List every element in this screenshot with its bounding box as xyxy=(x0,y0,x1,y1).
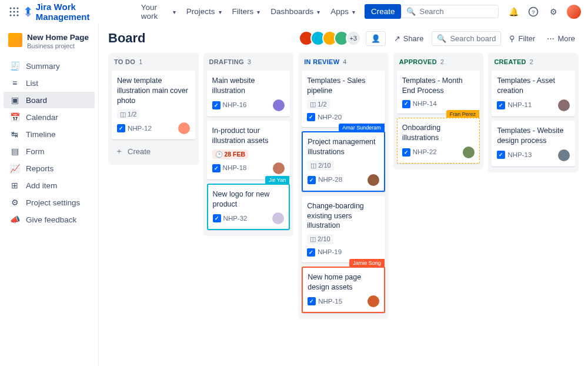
nav-item[interactable]: Dashboards xyxy=(266,5,325,18)
sidebar-item-label: Calendar xyxy=(26,113,58,122)
issue-key: NHP-22 xyxy=(402,148,437,157)
sidebar-item-timeline[interactable]: ↹Timeline xyxy=(4,126,95,142)
sidebar-item-list[interactable]: ≡List xyxy=(4,75,95,91)
sidebar-item-label: Form xyxy=(26,147,45,156)
sidebar-icon: ⊞ xyxy=(9,181,20,190)
subtask-progress: ◫ 2/10 xyxy=(307,234,333,244)
card[interactable]: Onboarding illustrationsNHP-22 xyxy=(397,118,480,164)
search-placeholder: Search xyxy=(419,7,443,16)
sidebar-icon: 📈 xyxy=(9,164,20,173)
chevron-down-icon xyxy=(316,7,320,16)
card[interactable]: Change-boarding existing users illustrat… xyxy=(302,196,385,262)
project-icon xyxy=(8,33,22,47)
sidebar-item-calendar[interactable]: 📅Calendar xyxy=(4,109,95,125)
column: IN REVIEW4Templates - Sales pipeline◫ 1/… xyxy=(298,53,389,319)
issue-key: NHP-18 xyxy=(212,164,247,173)
product-logo[interactable]: Jira Work Management xyxy=(23,2,129,22)
sidebar-icon: 🧾 xyxy=(9,61,20,71)
profile-avatar[interactable] xyxy=(567,5,581,19)
sidebar-item-board[interactable]: ▣Board xyxy=(4,92,95,108)
subtask-progress: ◫ 1/2 xyxy=(307,99,329,109)
plus-icon: ＋ xyxy=(115,146,123,157)
card-title: Templates - Asset creation xyxy=(497,76,570,96)
task-icon xyxy=(308,297,316,305)
sidebar-item-label: Board xyxy=(26,96,47,105)
chevron-down-icon xyxy=(351,7,355,16)
product-name: Jira Work Management xyxy=(36,2,129,22)
project-header[interactable]: New Home Page Business project xyxy=(4,29,95,56)
nav-item[interactable]: Projects xyxy=(182,5,226,18)
board-avatars[interactable]: +3 xyxy=(302,31,361,46)
card-title: Project management illustrations xyxy=(308,137,379,157)
assignee-avatar[interactable] xyxy=(273,99,285,111)
card[interactable]: Templates - Asset creationNHP-11 xyxy=(492,71,575,117)
filter-button[interactable]: ⚲ Filter xyxy=(506,32,539,45)
sidebar-icon: ≡ xyxy=(9,78,20,88)
avatar-overflow[interactable]: +3 xyxy=(346,31,361,46)
column-title: TO DO xyxy=(114,58,135,65)
card[interactable]: Templates - Sales pipeline◫ 1/2NHP-20Ama… xyxy=(302,71,385,127)
card[interactable]: New template illustration main cover pho… xyxy=(112,71,195,139)
assignee-avatar[interactable] xyxy=(558,99,570,111)
sidebar-icon: ↹ xyxy=(9,129,20,139)
sidebar-item-label: Add item xyxy=(26,181,57,190)
card-title: Change-boarding existing users illustrat… xyxy=(307,201,380,231)
nav-item[interactable]: Apps xyxy=(326,5,360,18)
task-icon xyxy=(307,113,315,121)
card-title: Main website illustration xyxy=(212,76,285,96)
column: CREATED2Templates - Asset creationNHP-11… xyxy=(488,53,579,172)
card[interactable]: Templates - Month End ProcessNHP-14Fran … xyxy=(397,71,480,114)
sidebar-item-label: Reports xyxy=(26,164,54,173)
nav-item[interactable]: Filters xyxy=(228,5,265,18)
card[interactable]: Templates - Website design processNHP-13 xyxy=(492,121,575,167)
issue-key: NHP-32 xyxy=(213,214,248,224)
issue-key: NHP-15 xyxy=(308,297,342,307)
card[interactable]: Project management illustrations◫ 2/10NH… xyxy=(302,131,385,192)
card[interactable]: New home page design assetsNHP-15 xyxy=(302,267,385,314)
notifications-icon[interactable]: 🔔 xyxy=(507,5,520,18)
sidebar-icon: ▤ xyxy=(9,147,20,156)
create-button[interactable]: Create xyxy=(365,4,402,19)
card-title: New logo for new product xyxy=(213,189,285,209)
app-switcher-icon[interactable] xyxy=(7,5,21,19)
assignee-avatar[interactable] xyxy=(558,149,570,161)
sidebar-item-give-feedback[interactable]: 📣Give feedback xyxy=(4,211,95,228)
svg-point-1 xyxy=(13,7,15,9)
user-flag: Jie Yan xyxy=(265,176,289,184)
column-count: 2 xyxy=(440,58,444,65)
sidebar-item-project-settings[interactable]: ⚙Project settings xyxy=(4,194,95,211)
column: APPROVED2Templates - Month End ProcessNH… xyxy=(393,53,484,169)
nav-item[interactable]: Your work xyxy=(136,1,181,23)
board-search[interactable]: 🔍 Search board xyxy=(432,31,501,46)
assignee-avatar[interactable] xyxy=(368,174,379,186)
board: TO DO1New template illustration main cov… xyxy=(108,53,579,319)
share-button[interactable]: ↗ Share xyxy=(390,32,427,45)
svg-point-2 xyxy=(16,7,18,9)
assignee-avatar[interactable] xyxy=(368,295,379,307)
task-icon xyxy=(117,124,125,132)
top-nav: Jira Work Management Your workProjectsFi… xyxy=(0,0,588,24)
assignee-avatar[interactable] xyxy=(273,162,285,174)
card[interactable]: In-product tour illustration assets🕑 28 … xyxy=(207,121,290,179)
assignee-avatar[interactable] xyxy=(178,122,190,134)
column: DRAFTING3Main website illustrationNHP-16… xyxy=(203,53,294,236)
card[interactable]: New logo for new productNHP-32 xyxy=(207,184,290,231)
help-icon[interactable]: ? xyxy=(527,5,540,18)
card[interactable]: Main website illustrationNHP-16 xyxy=(207,71,290,117)
sidebar-item-label: Timeline xyxy=(26,130,56,139)
sidebar-item-reports[interactable]: 📈Reports xyxy=(4,160,95,177)
svg-point-7 xyxy=(13,14,15,16)
assignee-avatar[interactable] xyxy=(272,212,284,224)
sidebar-item-summary[interactable]: 🧾Summary xyxy=(4,58,95,74)
global-search[interactable]: 🔍 Search xyxy=(401,5,499,18)
create-issue[interactable]: ＋Create xyxy=(112,144,195,159)
settings-icon[interactable]: ⚙ xyxy=(547,5,560,18)
assignee-avatar[interactable] xyxy=(463,147,475,158)
sidebar-item-label: List xyxy=(26,79,38,88)
sidebar-item-add-item[interactable]: ⊞Add item xyxy=(4,177,95,194)
column-count: 1 xyxy=(139,58,142,65)
add-people-button[interactable]: 👤 xyxy=(366,31,386,46)
more-button[interactable]: ⋯ More xyxy=(543,32,579,45)
sidebar-item-form[interactable]: ▤Form xyxy=(4,143,95,159)
sidebar: New Home Page Business project 🧾Summary≡… xyxy=(0,24,99,366)
